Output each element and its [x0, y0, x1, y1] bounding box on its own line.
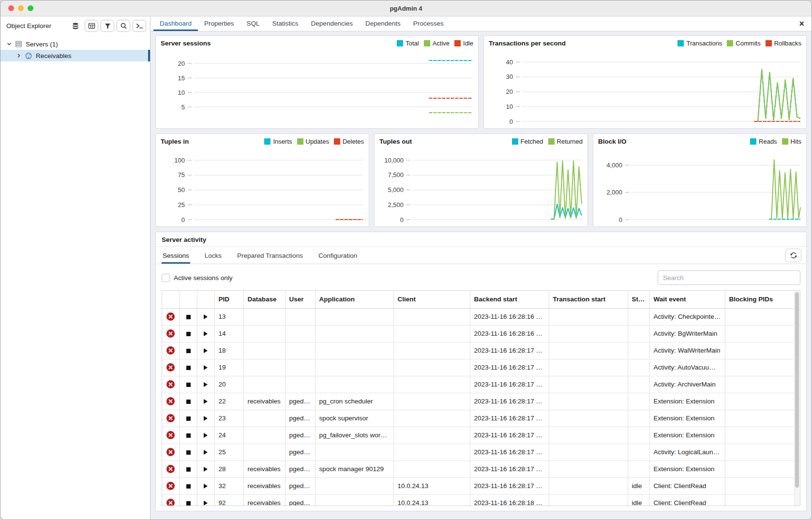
expand-details-icon	[204, 331, 208, 336]
cancel-query-icon	[166, 482, 175, 490]
terminate-session-button[interactable]	[180, 393, 197, 410]
cell-backend-start: 2023-11-16 16:28:16 …	[470, 325, 549, 342]
expand-details-button[interactable]	[197, 494, 214, 506]
cancel-query-button[interactable]	[162, 342, 180, 359]
legend-swatch	[782, 138, 788, 145]
table-scrollbar-thumb[interactable]	[795, 292, 799, 488]
cancel-query-button[interactable]	[162, 461, 180, 477]
terminal-icon[interactable]	[133, 20, 146, 32]
chart-legend: TotalActiveIdle	[397, 40, 473, 47]
table-row: 28receivablespgedgespock manager 9012920…	[162, 461, 795, 477]
tab-dependents[interactable]: Dependents	[359, 16, 407, 31]
expand-details-button[interactable]	[197, 359, 214, 376]
svg-text:0: 0	[510, 118, 513, 125]
expand-details-button[interactable]	[197, 427, 214, 444]
active-sessions-checkbox[interactable]	[162, 274, 170, 282]
cancel-query-button[interactable]	[162, 444, 180, 461]
sessions-table-body: 132023-11-16 16:28:16 …Activity: Checkpo…	[162, 308, 795, 506]
legend-label: Deletes	[343, 138, 364, 145]
tree-item-servers[interactable]: Servers (1)	[0, 38, 150, 50]
search-input[interactable]	[658, 270, 800, 285]
cancel-query-button[interactable]	[162, 494, 180, 506]
svg-text:0: 0	[181, 216, 185, 223]
cell-user: pgedge	[285, 444, 315, 461]
activity-tab-sessions[interactable]: Sessions	[162, 248, 190, 264]
chart-panel-tuples-in: Tuples inInsertsUpdatesDeletes1007550250	[155, 134, 369, 227]
expand-details-button[interactable]	[197, 393, 214, 410]
expand-details-button[interactable]	[197, 477, 214, 494]
tab-properties[interactable]: Properties	[198, 16, 241, 31]
cell-wait-event: Activity: WalWriterMain	[649, 342, 725, 359]
chevron-down-icon[interactable]	[5, 42, 13, 46]
expand-details-button[interactable]	[197, 308, 214, 325]
cell-blocking-pids	[725, 444, 795, 461]
terminate-session-button[interactable]	[180, 359, 197, 376]
tab-processes[interactable]: Processes	[407, 16, 450, 31]
cell-user	[285, 342, 315, 359]
cancel-query-button[interactable]	[162, 376, 180, 393]
search-icon[interactable]	[117, 20, 130, 32]
expand-details-button[interactable]	[197, 444, 214, 461]
terminate-session-button[interactable]	[180, 308, 197, 325]
legend-label: Total	[406, 40, 419, 47]
tab-sql[interactable]: SQL	[241, 16, 266, 31]
tab-statistics[interactable]: Statistics	[266, 16, 305, 31]
expand-details-button[interactable]	[197, 410, 214, 427]
column-header-user: User	[285, 291, 315, 308]
expand-details-button[interactable]	[197, 376, 214, 393]
cancel-query-button[interactable]	[162, 308, 180, 325]
postgresql-server-icon	[25, 52, 32, 59]
cancel-query-button[interactable]	[162, 359, 180, 376]
minimize-window-button[interactable]	[18, 5, 24, 11]
column-header-pid: PID	[214, 291, 243, 308]
chevron-right-icon[interactable]	[15, 53, 23, 58]
terminate-session-button[interactable]	[180, 477, 197, 494]
expand-details-button[interactable]	[197, 461, 214, 477]
legend-label: Returned	[557, 138, 583, 145]
activity-controls: Active sessions only	[156, 264, 806, 290]
terminate-session-button[interactable]	[180, 325, 197, 342]
activity-tab-configuration[interactable]: Configuration	[317, 248, 358, 264]
tab-dashboard[interactable]: Dashboard	[153, 16, 198, 31]
database-icon[interactable]	[69, 20, 82, 32]
close-panel-icon[interactable]: ×	[792, 16, 812, 31]
expand-details-button[interactable]	[197, 342, 214, 359]
activity-tab-prepared-transactions[interactable]: Prepared Transactions	[236, 248, 304, 264]
terminate-session-button[interactable]	[180, 376, 197, 393]
server-activity-title: Server activity	[156, 232, 806, 247]
terminate-session-button[interactable]	[180, 461, 197, 477]
close-window-button[interactable]	[8, 5, 14, 11]
zoom-window-button[interactable]	[28, 5, 33, 11]
refresh-button[interactable]	[785, 249, 801, 262]
terminate-session-button[interactable]	[180, 494, 197, 506]
terminate-session-button[interactable]	[180, 410, 197, 427]
tab-dependencies[interactable]: Dependencies	[305, 16, 359, 31]
terminate-session-button[interactable]	[180, 342, 197, 359]
chart-title: Tuples out	[379, 138, 412, 145]
cancel-query-button[interactable]	[162, 477, 180, 494]
legend-swatch	[297, 138, 303, 145]
object-explorer-sidebar: Object Explorer	[0, 16, 150, 520]
table-icon[interactable]	[85, 20, 98, 32]
expand-details-icon	[204, 416, 208, 421]
terminate-session-button[interactable]	[180, 427, 197, 444]
cancel-query-button[interactable]	[162, 325, 180, 342]
filter-icon[interactable]	[101, 20, 114, 32]
table-header-row: PIDDatabaseUserApplicationClientBackend …	[162, 291, 795, 308]
table-row: 22receivablespgedgepg_cron scheduler2023…	[162, 393, 795, 410]
cell-transaction-start	[549, 410, 628, 427]
cancel-query-button[interactable]	[162, 410, 180, 427]
svg-text:15: 15	[178, 74, 185, 82]
cancel-query-button[interactable]	[162, 393, 180, 410]
expand-details-button[interactable]	[197, 325, 214, 342]
cell-pid: 23	[214, 410, 243, 427]
cell-pid: 14	[214, 325, 243, 342]
cell-application	[315, 376, 393, 393]
activity-tab-locks[interactable]: Locks	[204, 248, 223, 264]
cell-blocking-pids	[725, 477, 795, 494]
cancel-query-button[interactable]	[162, 427, 180, 444]
tree-item-receivables[interactable]: Receivables	[0, 50, 150, 61]
terminate-session-button[interactable]	[180, 444, 197, 461]
cell-state	[628, 376, 649, 393]
table-scrollbar-track[interactable]	[794, 291, 800, 505]
